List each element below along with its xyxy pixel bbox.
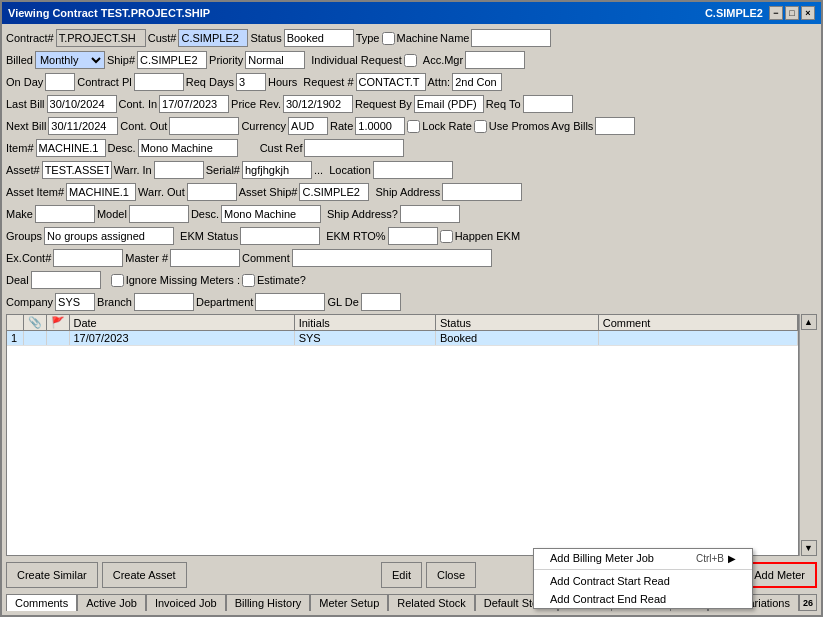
deal-label: Deal — [6, 274, 29, 286]
last-bill-input[interactable] — [47, 95, 117, 113]
ship-input[interactable] — [137, 51, 207, 69]
price-rev-label: Price Rev. — [231, 98, 281, 110]
priority-input[interactable] — [245, 51, 305, 69]
gl-de-input[interactable] — [361, 293, 401, 311]
company-row: Company Branch Department GL De — [6, 292, 817, 312]
contract-pl-input[interactable] — [134, 73, 184, 91]
acc-mgr-input[interactable] — [465, 51, 525, 69]
branch-input[interactable] — [134, 293, 194, 311]
req-to-label: Req To — [486, 98, 521, 110]
request-input[interactable] — [356, 73, 426, 91]
table-row[interactable]: 1 17/07/2023 SYS Booked — [7, 331, 798, 346]
req-days-input[interactable] — [236, 73, 266, 91]
comment-input[interactable] — [292, 249, 492, 267]
asset-item-input[interactable] — [66, 183, 136, 201]
type-machine-check[interactable] — [382, 32, 395, 45]
scroll-down-button[interactable]: ▼ — [801, 540, 817, 556]
company-input[interactable] — [55, 293, 95, 311]
req-to-input[interactable] — [523, 95, 573, 113]
cont-in-input[interactable] — [159, 95, 229, 113]
add-meter-button[interactable]: Add Meter — [742, 562, 817, 588]
req-days-label: Req Days — [186, 76, 234, 88]
ship-address-input[interactable] — [442, 183, 522, 201]
master-input[interactable] — [170, 249, 240, 267]
asset-ship-label: Asset Ship# — [239, 186, 298, 198]
warr-out-input[interactable] — [187, 183, 237, 201]
contract-num-input[interactable] — [56, 29, 146, 47]
ekm-rto-label: EKM RTO% — [326, 230, 386, 242]
minimize-button[interactable]: − — [769, 6, 783, 20]
name-input[interactable] — [471, 29, 551, 47]
dropdown-item-billing-meter[interactable]: Add Billing Meter Job Ctrl+B ▶ — [534, 549, 752, 567]
asset-ship-input[interactable] — [299, 183, 369, 201]
desc-input[interactable] — [138, 139, 238, 157]
user-label: C.SIMPLE2 — [705, 7, 763, 19]
warr-in-input[interactable] — [154, 161, 204, 179]
asset-input[interactable] — [42, 161, 112, 179]
create-similar-button[interactable]: Create Similar — [6, 562, 98, 588]
price-rev-input[interactable] — [283, 95, 353, 113]
status-input[interactable] — [284, 29, 354, 47]
desc2-label: Desc. — [191, 208, 219, 220]
make-input[interactable] — [35, 205, 95, 223]
tab-meter-setup[interactable]: Meter Setup — [310, 594, 388, 611]
asset-row: Asset# Warr. In Serial# ... Location — [6, 160, 817, 180]
attn-input[interactable] — [452, 73, 502, 91]
last-bill-row: Last Bill Cont. In Price Rev. Request By… — [6, 94, 817, 114]
asset-item-row: Asset Item# Warr. Out Asset Ship# Ship A… — [6, 182, 817, 202]
cust-ref-input[interactable] — [304, 139, 404, 157]
dropdown-billing-meter-label: Add Billing Meter Job — [550, 552, 654, 564]
next-bill-input[interactable] — [48, 117, 118, 135]
dropdown-item-start-read[interactable]: Add Contract Start Read — [534, 572, 752, 590]
desc2-input[interactable] — [221, 205, 321, 223]
tab-comments[interactable]: Comments — [6, 594, 77, 611]
scroll-up-button[interactable]: ▲ — [801, 314, 817, 330]
add-meter-dropdown: Add Billing Meter Job Ctrl+B ▶ Add Contr… — [533, 548, 753, 609]
create-asset-button[interactable]: Create Asset — [102, 562, 187, 588]
use-promos-check[interactable] — [474, 120, 487, 133]
close-button[interactable]: × — [801, 6, 815, 20]
currency-input[interactable] — [288, 117, 328, 135]
deal-input[interactable] — [31, 271, 101, 289]
ex-cont-input[interactable] — [53, 249, 123, 267]
edit-button[interactable]: Edit — [381, 562, 422, 588]
billed-select[interactable]: Monthly — [35, 51, 105, 69]
on-day-input[interactable] — [45, 73, 75, 91]
dropdown-item-end-read[interactable]: Add Contract End Read — [534, 590, 752, 608]
ekm-status-input[interactable] — [240, 227, 320, 245]
ignore-missing-check[interactable] — [111, 274, 124, 287]
next-bill-row: Next Bill Cont. Out Currency Rate Lock R… — [6, 116, 817, 136]
company-label: Company — [6, 296, 53, 308]
cont-out-label: Cont. Out — [120, 120, 167, 132]
serial-dots[interactable]: ... — [314, 164, 323, 176]
tab-invoiced-job[interactable]: Invoiced Job — [146, 594, 226, 611]
billing-meter-arrow: ▶ — [728, 553, 736, 564]
ex-cont-label: Ex.Cont# — [6, 252, 51, 264]
cont-out-input[interactable] — [169, 117, 239, 135]
maximize-button[interactable]: □ — [785, 6, 799, 20]
tab-active-job[interactable]: Active Job — [77, 594, 146, 611]
avg-bills-input[interactable] — [595, 117, 635, 135]
item-input[interactable] — [36, 139, 106, 157]
tab-billing-history[interactable]: Billing History — [226, 594, 311, 611]
location-input[interactable] — [373, 161, 453, 179]
serial-label: Serial# — [206, 164, 240, 176]
department-input[interactable] — [255, 293, 325, 311]
lock-rate-check[interactable] — [407, 120, 420, 133]
happen-ekm-check[interactable] — [440, 230, 453, 243]
cust-input[interactable] — [178, 29, 248, 47]
contract-num-label: Contract# — [6, 32, 54, 44]
billed-label: Billed — [6, 54, 33, 66]
request-by-input[interactable] — [414, 95, 484, 113]
groups-input[interactable] — [44, 227, 174, 245]
model-input[interactable] — [129, 205, 189, 223]
individual-request-check[interactable] — [404, 54, 417, 67]
estimate-check[interactable] — [242, 274, 255, 287]
serial-input[interactable] — [242, 161, 312, 179]
close-button2[interactable]: Close — [426, 562, 476, 588]
ship-address2-input[interactable] — [400, 205, 460, 223]
cust-ref-label: Cust Ref — [260, 142, 303, 154]
tab-related-stock[interactable]: Related Stock — [388, 594, 474, 611]
ekm-rto-input[interactable] — [388, 227, 438, 245]
rate-input[interactable] — [355, 117, 405, 135]
